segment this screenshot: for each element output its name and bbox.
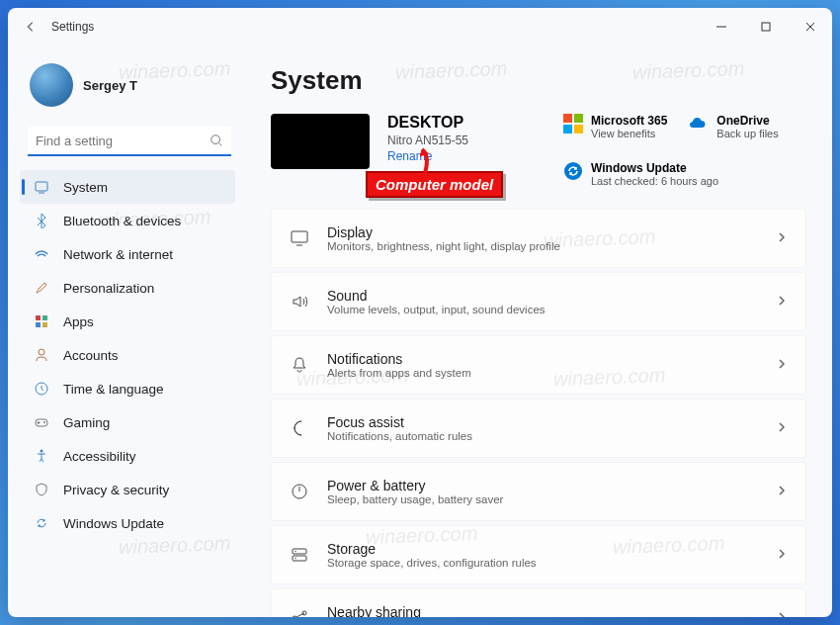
sidebar-item-privacy-security[interactable]: Privacy & security [20,473,235,506]
card-subtitle: Notifications, automatic rules [327,430,776,442]
svg-rect-17 [292,231,307,242]
svg-rect-0 [762,23,770,31]
card-title: Nearby sharing [327,604,776,617]
sound-icon [290,292,309,312]
svg-rect-5 [36,322,41,327]
setting-focus-assist[interactable]: Focus assistNotifications, automatic rul… [271,399,806,458]
sidebar-item-accounts[interactable]: Accounts [20,338,235,372]
sidebar-item-system[interactable]: System [20,170,235,204]
nav: SystemBluetooth & devicesNetwork & inter… [20,170,245,540]
page-title: System [271,65,818,96]
sidebar-item-label: Time & language [63,382,164,397]
sidebar-item-label: Accessibility [63,449,136,464]
setting-notifications[interactable]: NotificationsAlerts from apps and system [271,335,806,395]
account-icon [34,347,49,363]
setting-sound[interactable]: SoundVolume levels, output, input, sound… [271,272,806,331]
power-icon [290,482,309,501]
system-icon [34,179,49,195]
callout-label: Computer model [366,171,503,198]
setting-nearby-sharing[interactable]: Nearby sharingDiscoverability, received … [271,588,806,617]
back-button[interactable] [22,18,40,36]
onedrive-card[interactable]: OneDriveBack up files [689,114,778,139]
card-subtitle: Monitors, brightness, night light, displ… [327,240,776,252]
accessibility-icon [34,448,49,464]
callout-arrow-icon [420,145,479,175]
svg-point-21 [294,551,295,552]
brush-icon [34,280,49,296]
card-subtitle: Alerts from apps and system [327,367,776,379]
sidebar-item-network-internet[interactable]: Network & internet [20,237,235,271]
sidebar-item-label: Apps [63,314,94,329]
sidebar-item-label: Windows Update [63,516,164,531]
window-controls [699,8,832,45]
sidebar-item-bluetooth-devices[interactable]: Bluetooth & devices [20,204,235,237]
time-icon [34,381,49,397]
search-icon [210,134,223,151]
svg-point-7 [39,349,44,355]
svg-point-16 [564,162,582,180]
profile[interactable]: Sergey T [20,53,245,123]
sidebar-item-time-language[interactable]: Time & language [20,372,235,405]
card-title: Notifications [327,351,776,367]
sidebar-item-windows-update[interactable]: Windows Update [20,506,235,540]
svg-point-1 [211,135,220,144]
share-icon [290,608,309,617]
moon-icon [290,418,309,438]
svg-rect-20 [293,556,306,561]
svg-rect-6 [42,322,47,327]
m365-card[interactable]: Microsoft 365View benefits [563,114,667,139]
chevron-right-icon [776,293,788,311]
sidebar-item-accessibility[interactable]: Accessibility [20,439,235,473]
sidebar-item-gaming[interactable]: Gaming [20,405,235,439]
search-input[interactable] [28,127,231,156]
sidebar-item-apps[interactable]: Apps [20,305,235,338]
close-button[interactable] [788,8,832,45]
card-title: Power & battery [327,478,776,493]
chevron-right-icon [776,483,788,500]
card-title: Storage [327,541,776,557]
window-title: Settings [51,20,94,34]
avatar [30,63,73,107]
svg-rect-4 [42,315,47,320]
svg-rect-19 [293,549,306,554]
card-title: Sound [327,288,776,304]
chevron-right-icon [776,229,788,247]
privacy-icon [34,482,49,497]
onedrive-icon [689,114,709,134]
card-title: Focus assist [327,414,776,430]
main: System DESKTOP Nitro AN515-55 Rename Mic… [245,45,832,617]
sidebar-item-label: Privacy & security [63,483,169,497]
svg-rect-3 [36,315,41,320]
svg-rect-2 [36,182,47,191]
sidebar-item-personalization[interactable]: Personalization [20,271,235,305]
svg-point-11 [41,450,43,453]
card-subtitle: Sleep, battery usage, battery saver [327,493,776,505]
annotation-callout: Computer model [366,171,503,198]
setting-display[interactable]: DisplayMonitors, brightness, night light… [271,209,806,268]
pc-name: DESKTOP [387,114,546,132]
settings-window: Settings Sergey T SystemBluetooth & devi… [8,8,832,617]
network-icon [34,246,49,262]
setting-storage[interactable]: StorageStorage space, drives, configurat… [271,525,806,584]
display-icon [290,228,309,248]
bell-icon [290,355,309,375]
svg-point-22 [294,558,295,559]
maximize-button[interactable] [743,8,788,45]
settings-list: DisplayMonitors, brightness, night light… [271,209,816,617]
m365-icon [563,114,583,134]
svg-rect-13 [574,114,583,123]
sidebar-item-label: Personalization [63,281,154,296]
chevron-right-icon [776,546,788,564]
minimize-button[interactable] [699,8,743,45]
sidebar-item-label: Gaming [63,415,110,430]
update-card[interactable]: Windows UpdateLast checked: 6 hours ago [563,161,816,187]
back-arrow-icon [24,20,38,34]
sidebar-item-label: Accounts [63,348,119,363]
bluetooth-icon [34,213,49,228]
card-subtitle: Storage space, drives, configuration rul… [327,557,776,569]
svg-point-23 [293,616,296,617]
sidebar-item-label: Bluetooth & devices [63,214,181,228]
apps-icon [34,313,49,329]
setting-power-battery[interactable]: Power & batterySleep, battery usage, bat… [271,462,806,521]
sidebar-item-label: System [63,180,108,195]
